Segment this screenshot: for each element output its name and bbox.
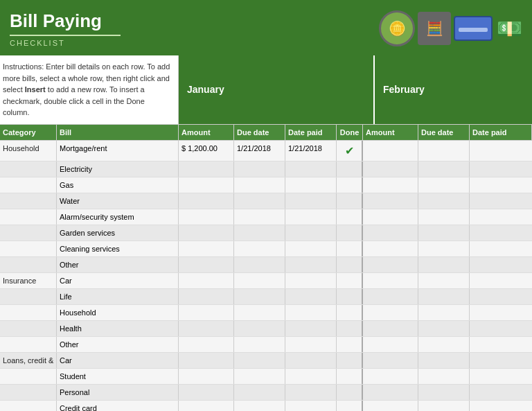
cell-paid-feb[interactable] (470, 273, 532, 288)
cell-paid-jan[interactable] (285, 193, 337, 209)
cell-due-jan[interactable] (234, 353, 285, 368)
cell-due-feb[interactable] (418, 141, 470, 161)
cell-amount-jan[interactable] (179, 337, 234, 352)
cell-done[interactable] (337, 273, 363, 288)
cell-due-feb[interactable] (418, 353, 470, 368)
cell-amount-jan[interactable] (179, 161, 234, 177)
cell-due-jan[interactable]: 1/21/2018 (234, 141, 285, 161)
cell-amount-jan[interactable] (179, 385, 234, 400)
cell-paid-jan[interactable] (285, 209, 337, 225)
cell-amount-jan[interactable] (179, 225, 234, 241)
cell-due-feb[interactable] (418, 209, 470, 225)
cell-bill[interactable]: Gas (57, 177, 179, 193)
cell-done[interactable] (337, 193, 363, 209)
cell-amount-jan[interactable] (179, 289, 234, 304)
table-row[interactable]: Gas (0, 177, 532, 193)
cell-done[interactable] (337, 305, 363, 320)
cell-paid-jan[interactable] (285, 369, 337, 384)
table-row[interactable]: Household (0, 305, 532, 321)
cell-amount-feb[interactable] (363, 385, 418, 400)
cell-due-jan[interactable] (234, 161, 285, 177)
cell-due-feb[interactable] (418, 305, 470, 320)
cell-amount-feb[interactable] (363, 305, 418, 320)
cell-due-jan[interactable] (234, 385, 285, 400)
cell-due-jan[interactable] (234, 289, 285, 304)
cell-bill[interactable]: Life (57, 289, 179, 304)
cell-done[interactable] (337, 161, 363, 177)
cell-done[interactable] (337, 385, 363, 400)
cell-amount-feb[interactable] (363, 141, 418, 161)
cell-due-jan[interactable] (234, 337, 285, 352)
cell-amount-feb[interactable] (363, 273, 418, 288)
cell-paid-jan[interactable] (285, 289, 337, 304)
cell-due-feb[interactable] (418, 401, 470, 412)
cell-paid-feb[interactable] (470, 289, 532, 304)
cell-paid-jan[interactable] (285, 305, 337, 320)
cell-paid-feb[interactable] (470, 321, 532, 336)
cell-amount-feb[interactable] (363, 241, 418, 256)
cell-due-jan[interactable] (234, 369, 285, 384)
cell-amount-feb[interactable] (363, 193, 418, 209)
table-row[interactable]: Alarm/security system (0, 209, 532, 225)
table-row[interactable]: Other (0, 337, 532, 353)
cell-paid-feb[interactable] (470, 241, 532, 256)
cell-paid-jan[interactable] (285, 401, 337, 412)
cell-due-feb[interactable] (418, 177, 470, 193)
cell-bill[interactable]: Car (57, 273, 179, 288)
cell-done[interactable] (337, 353, 363, 368)
cell-bill[interactable]: Garden services (57, 225, 179, 241)
cell-amount-jan[interactable] (179, 257, 234, 272)
cell-amount-jan[interactable] (179, 209, 234, 225)
cell-paid-jan[interactable] (285, 161, 337, 177)
table-row[interactable]: Cleaning services (0, 241, 532, 257)
cell-due-feb[interactable] (418, 241, 470, 256)
table-row[interactable]: Garden services (0, 225, 532, 241)
cell-paid-jan[interactable] (285, 177, 337, 193)
cell-amount-feb[interactable] (363, 369, 418, 384)
cell-bill[interactable]: Student (57, 369, 179, 384)
cell-amount-jan[interactable]: $ 1,200.00 (179, 141, 234, 161)
cell-done[interactable] (337, 401, 363, 412)
cell-paid-jan[interactable] (285, 241, 337, 256)
cell-bill[interactable]: Water (57, 193, 179, 209)
cell-bill[interactable]: Personal (57, 385, 179, 400)
cell-due-jan[interactable] (234, 241, 285, 256)
cell-paid-feb[interactable] (470, 369, 532, 384)
cell-done[interactable] (337, 369, 363, 384)
cell-due-jan[interactable] (234, 209, 285, 225)
cell-bill[interactable]: Car (57, 353, 179, 368)
table-row[interactable]: Credit card (0, 401, 532, 412)
cell-amount-jan[interactable] (179, 321, 234, 336)
cell-amount-feb[interactable] (363, 161, 418, 177)
cell-due-feb[interactable] (418, 369, 470, 384)
cell-done[interactable]: ✔ (337, 141, 363, 161)
cell-due-jan[interactable] (234, 225, 285, 241)
cell-amount-jan[interactable] (179, 241, 234, 256)
cell-paid-feb[interactable] (470, 385, 532, 400)
cell-amount-feb[interactable] (363, 321, 418, 336)
cell-due-jan[interactable] (234, 273, 285, 288)
cell-paid-jan[interactable] (285, 385, 337, 400)
cell-due-feb[interactable] (418, 161, 470, 177)
cell-amount-jan[interactable] (179, 305, 234, 320)
cell-due-feb[interactable] (418, 257, 470, 272)
cell-paid-feb[interactable] (470, 177, 532, 193)
table-row[interactable]: Electricity (0, 161, 532, 177)
cell-paid-feb[interactable] (470, 401, 532, 412)
cell-paid-jan[interactable] (285, 321, 337, 336)
cell-due-feb[interactable] (418, 193, 470, 209)
cell-paid-jan[interactable] (285, 225, 337, 241)
table-row[interactable]: Loans, credit & overdrafts Car (0, 353, 532, 369)
cell-done[interactable] (337, 257, 363, 272)
cell-done[interactable] (337, 241, 363, 256)
cell-paid-jan[interactable]: 1/21/2018 (285, 141, 337, 161)
cell-amount-jan[interactable] (179, 401, 234, 412)
cell-paid-feb[interactable] (470, 305, 532, 320)
cell-paid-jan[interactable] (285, 353, 337, 368)
cell-done[interactable] (337, 321, 363, 336)
cell-paid-feb[interactable] (470, 193, 532, 209)
cell-amount-jan[interactable] (179, 273, 234, 288)
cell-paid-feb[interactable] (470, 141, 532, 161)
cell-due-feb[interactable] (418, 337, 470, 352)
cell-paid-feb[interactable] (470, 337, 532, 352)
